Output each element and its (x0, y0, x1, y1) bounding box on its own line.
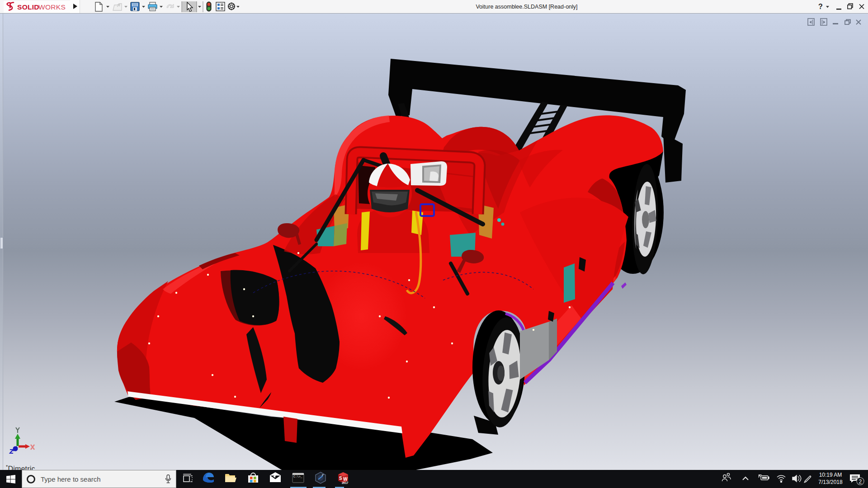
svg-text:S: S (339, 476, 342, 481)
svg-text:C:\>_: C:\>_ (293, 475, 302, 479)
svg-text:2: 2 (859, 479, 862, 485)
svg-text:2017: 2017 (342, 481, 349, 484)
svg-text:WORKS: WORKS (38, 3, 66, 11)
svg-text:SOLID: SOLID (17, 3, 39, 11)
